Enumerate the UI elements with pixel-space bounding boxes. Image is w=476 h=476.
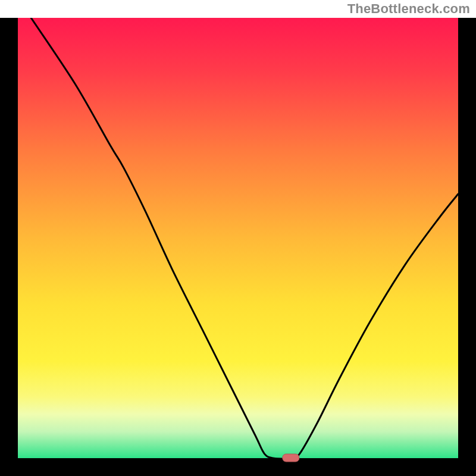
chart-wrapper: TheBottleneck.com [0,0,476,476]
bottleneck-chart [0,18,476,476]
chart-plot-area [18,18,458,458]
watermark-text: TheBottleneck.com [347,1,470,17]
optimal-marker [283,454,299,462]
